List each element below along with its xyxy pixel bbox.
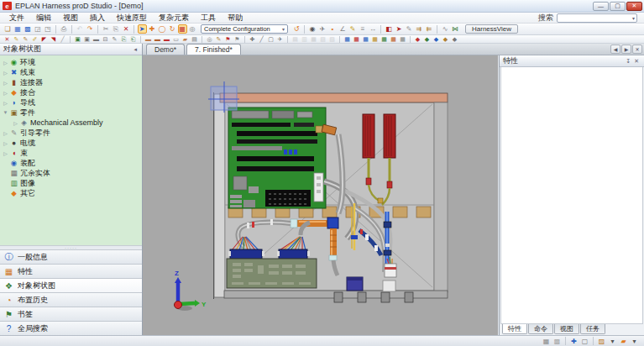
menu-rapid-prototype[interactable]: 快速原型: [111, 13, 153, 23]
config-1-icon[interactable]: ◆: [414, 35, 422, 43]
expander-icon[interactable]: ▷: [2, 100, 9, 106]
panel-button-properties[interactable]: ▦特性: [0, 264, 142, 278]
tab-scroll-left-icon[interactable]: ◀: [610, 45, 620, 54]
tree-item[interactable]: ▷●电缆: [0, 138, 142, 148]
flag-icon[interactable]: ⚑: [224, 35, 233, 43]
edit-bundle-icon[interactable]: ▣: [83, 35, 92, 43]
expander-icon[interactable]: ▷: [2, 70, 9, 76]
expander-icon[interactable]: ▷: [2, 130, 9, 136]
paste-format-icon[interactable]: ⎗: [129, 35, 138, 43]
tree-item[interactable]: ▷◉环境: [0, 57, 142, 67]
tab-properties[interactable]: 特性: [502, 324, 527, 334]
copy-format-icon[interactable]: ⎘: [120, 35, 128, 43]
tab-scroll-right-icon[interactable]: ▶: [621, 45, 631, 54]
move-icon[interactable]: ✚: [148, 24, 157, 34]
edit-tube-icon[interactable]: ✎: [111, 35, 119, 43]
config-2-icon[interactable]: ◆: [423, 35, 432, 43]
close-button[interactable]: ✕: [626, 2, 642, 11]
assign-to-icon[interactable]: ⇉: [415, 24, 424, 34]
plane-icon[interactable]: ✈: [276, 35, 285, 43]
tree-item[interactable]: ▷◆接合: [0, 87, 142, 97]
tree-item[interactable]: ▷✖线束: [0, 67, 142, 77]
view-back-icon[interactable]: ▦: [353, 35, 361, 43]
menu-help[interactable]: 帮助: [222, 13, 249, 23]
annotate-icon[interactable]: ✎: [405, 24, 414, 34]
spacing-icon[interactable]: ↔: [369, 24, 378, 34]
expander-icon[interactable]: ▷: [2, 60, 9, 66]
library-2-icon[interactable]: ▥: [301, 35, 309, 43]
menu-view[interactable]: 视图: [57, 13, 84, 23]
chevron-down-icon[interactable]: ▾: [282, 26, 285, 32]
expander-icon[interactable]: ▷: [2, 90, 9, 96]
viewport-3d[interactable]: Z Y: [143, 55, 498, 335]
dimension-icon[interactable]: ≡: [359, 24, 368, 34]
link-icon[interactable]: ∿: [441, 24, 450, 34]
panel-collapse-icon[interactable]: ◂: [132, 46, 139, 53]
cut-icon[interactable]: ✂: [102, 24, 111, 34]
tab-finished[interactable]: 7. Finished*: [186, 44, 241, 55]
tree-item[interactable]: ▥图像: [0, 178, 142, 188]
wireframe-mode-icon[interactable]: ▦: [542, 337, 552, 346]
tree-item[interactable]: ▷✎引导零件: [0, 128, 142, 138]
tab-tasks[interactable]: 任务: [580, 324, 605, 334]
measure-icon[interactable]: ∠: [338, 24, 348, 34]
panel-button-placement-history[interactable]: ◔布置历史: [0, 292, 142, 307]
pin-icon[interactable]: ↧: [624, 58, 632, 65]
tree-item[interactable]: ▷◖束: [0, 148, 142, 158]
report-icon[interactable]: ◧: [385, 24, 394, 34]
expander-icon[interactable]: ▷: [12, 120, 19, 126]
tree-item[interactable]: ▦冗余实体: [0, 168, 142, 178]
redo-icon[interactable]: ↷: [86, 24, 95, 34]
render-style-icon[interactable]: ▨: [597, 337, 607, 346]
print-icon[interactable]: ⎙: [60, 24, 69, 34]
wrap-icon[interactable]: ▬: [163, 35, 171, 43]
edit-pencil-icon[interactable]: ✎: [348, 24, 358, 34]
delete-point-icon[interactable]: ✕: [3, 35, 12, 43]
save-icon[interactable]: ▦: [13, 24, 23, 34]
new-bundle-icon[interactable]: ▣: [74, 35, 82, 43]
viewport-3d-scene[interactable]: Z Y: [143, 55, 498, 335]
tab-views[interactable]: 视图: [554, 324, 579, 334]
config-4-icon[interactable]: ◆: [442, 35, 450, 43]
rotate-icon[interactable]: ↻: [168, 24, 177, 34]
zoom-region-icon[interactable]: ◎: [206, 35, 214, 43]
tree-item[interactable]: ◆其它: [0, 188, 142, 198]
render-style-caret-icon[interactable]: ▾: [608, 337, 618, 346]
tree-item[interactable]: ▷◈Mechanical Assembly: [0, 118, 142, 128]
menu-tools[interactable]: 工具: [195, 13, 222, 23]
config-3-icon[interactable]: ◆: [432, 35, 441, 43]
share-nodes-icon[interactable]: ⋈: [451, 24, 460, 34]
panel-button-global-search[interactable]: ?全局搜索: [0, 321, 142, 335]
panel-button-general-info[interactable]: ⓘ一般信息: [0, 249, 142, 264]
edit-spline-icon[interactable]: ✎: [13, 35, 21, 43]
heatshrink-icon[interactable]: ▬: [154, 35, 162, 43]
close-icon[interactable]: ✕: [632, 58, 641, 65]
open-project-icon[interactable]: ❏: [3, 24, 13, 34]
camera-icon[interactable]: ◎: [188, 24, 197, 34]
select-cursor-icon[interactable]: ➤: [138, 24, 147, 34]
expander-icon[interactable]: ▷: [2, 150, 9, 156]
tree-item[interactable]: ▼▣零件: [0, 107, 142, 118]
zoom-window-icon[interactable]: ▢: [580, 337, 590, 346]
view-right-icon[interactable]: ▦: [371, 35, 380, 43]
draw-line-icon[interactable]: ╱: [258, 35, 266, 43]
tree-item[interactable]: ◉装配: [0, 158, 142, 168]
menu-insert[interactable]: 插入: [84, 13, 111, 23]
chevron-down-icon[interactable]: ▾: [632, 15, 635, 21]
assign-from-icon[interactable]: ⇇: [425, 24, 434, 34]
library-3-icon[interactable]: ▦: [310, 35, 318, 43]
note-icon[interactable]: ✎: [215, 35, 223, 43]
point-snap-icon[interactable]: •: [328, 24, 338, 34]
draw-rect-icon[interactable]: ▢: [267, 35, 275, 43]
edit-path-icon[interactable]: ✎: [22, 35, 30, 43]
import-icon[interactable]: ◲: [34, 24, 43, 34]
expander-icon[interactable]: ▼: [2, 110, 9, 115]
panel-button-bookmarks[interactable]: ⚑书签: [0, 307, 142, 321]
remove-tube-icon[interactable]: ⊟: [102, 35, 110, 43]
tape-icon[interactable]: ▭: [172, 35, 181, 43]
flythrough-icon[interactable]: ✈: [318, 24, 327, 34]
motherboard[interactable]: [228, 107, 326, 208]
paste-icon[interactable]: ⎘: [112, 24, 121, 34]
library-4-icon[interactable]: ▨: [319, 35, 327, 43]
add-point-icon[interactable]: ✚: [249, 35, 257, 43]
